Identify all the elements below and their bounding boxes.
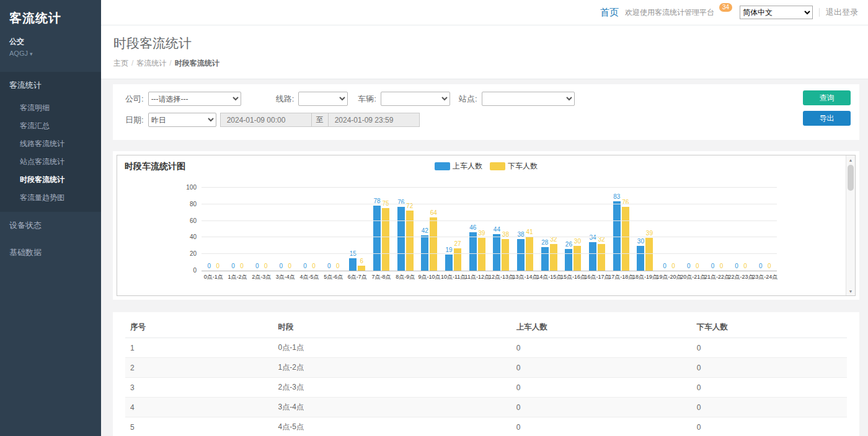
chart-bar[interactable]	[397, 207, 405, 271]
sidebar-menu-item[interactable]: 客流量趋势图	[0, 189, 101, 207]
bar-value-label: 0	[671, 263, 675, 269]
bar-value-label: 0	[327, 263, 331, 269]
chart-bar-group: 00	[705, 188, 729, 271]
chart-bar-column: 0	[766, 188, 773, 271]
chart-bar-group: 00	[657, 188, 681, 271]
query-button[interactable]: 查询	[803, 90, 851, 105]
x-axis-label: 18点-19点	[633, 273, 657, 281]
logout-link[interactable]: 退出登录	[826, 7, 858, 18]
chart-header: 时段车流统计图 上车人数下车人数	[117, 155, 855, 172]
chart-bar[interactable]	[598, 244, 605, 271]
company-filter: 公司: ---请选择---	[125, 92, 241, 106]
filter-row-dates: 日期: 昨日 至	[125, 112, 851, 128]
chart-bar[interactable]	[493, 234, 500, 271]
station-select[interactable]	[482, 92, 575, 106]
bar-value-label: 19	[445, 247, 452, 253]
bar-value-label: 0	[240, 263, 244, 269]
table-body: 10点-1点0021点-2点0032点-3点0043点-4点0054点-5点00…	[125, 338, 847, 436]
chart-bar-column: 26	[565, 188, 572, 271]
bar-value-label: 39	[646, 230, 653, 237]
chart-bar-column: 30	[637, 188, 644, 271]
sidebar-menu-item[interactable]: 客流汇总	[0, 117, 101, 135]
x-axis-label: 22点-23点	[729, 273, 753, 281]
sidebar-section-passenger-stats[interactable]: 客流统计	[0, 72, 101, 99]
chart-bar-group: 00	[273, 188, 298, 271]
chart-bar[interactable]	[382, 208, 389, 271]
chart-bar-group: 00	[249, 188, 273, 271]
bar-value-label: 41	[526, 229, 533, 235]
chart-bar[interactable]	[589, 242, 596, 271]
chart-bar-column: 0	[685, 188, 693, 271]
start-date-input[interactable]	[220, 113, 312, 127]
chart-bar-column: 44	[493, 188, 500, 271]
home-link[interactable]: 首页	[600, 7, 619, 19]
sidebar-menu-item[interactable]: 站点客流统计	[0, 153, 101, 171]
sidebar-menu-item[interactable]: 时段客流统计	[0, 171, 101, 189]
chart-bar[interactable]	[502, 239, 509, 271]
table-cell: 4	[125, 398, 273, 417]
chart-bar[interactable]	[550, 244, 557, 271]
legend-item[interactable]: 下车人数	[490, 161, 538, 172]
bar-value-label: 30	[637, 238, 644, 245]
chart-bar-column: 0	[254, 188, 261, 271]
chart-bar[interactable]	[349, 258, 356, 271]
company-select[interactable]: ---请选择---	[148, 92, 241, 106]
chart-bar-column: 0	[310, 188, 317, 271]
chart-bar[interactable]	[454, 248, 461, 271]
chart-bar[interactable]	[645, 238, 653, 271]
x-axis-label: 4点-5点	[298, 273, 322, 281]
export-button[interactable]: 导出	[803, 111, 851, 126]
chart-bar[interactable]	[541, 247, 549, 271]
chart-bar-group: 00	[298, 188, 322, 271]
chart-bar[interactable]	[574, 246, 581, 271]
legend-item[interactable]: 上车人数	[435, 161, 482, 172]
breadcrumb-item[interactable]: 主页	[113, 59, 128, 68]
chart-bar[interactable]	[622, 207, 629, 271]
chart-scrollbar[interactable]: ▲ ▼	[846, 155, 855, 295]
org-selector[interactable]: AQGJ▾	[9, 50, 92, 57]
chart-bar[interactable]	[358, 266, 365, 271]
sidebar-menu-item[interactable]: 线路客流统计	[0, 135, 101, 153]
filter-panel: 公司: ---请选择--- 线路: 车辆: 站点:	[113, 84, 859, 140]
scrollbar-thumb[interactable]	[848, 165, 854, 191]
sidebar-section-base-data[interactable]: 基础数据	[0, 239, 101, 266]
chart-bar[interactable]	[637, 246, 644, 271]
chart-gridline	[202, 204, 777, 204]
bar-value-label: 34	[590, 235, 596, 241]
sidebar-nav: 客流统计 客流明细客流汇总线路客流统计站点客流统计时段客流统计客流量趋势图 设备…	[0, 72, 101, 266]
chart-bar-column: 72	[406, 188, 414, 271]
breadcrumb-separator: /	[169, 59, 171, 68]
chart-bar[interactable]	[517, 239, 525, 271]
chart-bar[interactable]	[565, 249, 572, 271]
chart-bar-column: 0	[757, 188, 764, 271]
scroll-up-icon[interactable]: ▲	[846, 155, 855, 164]
chart-bar[interactable]	[373, 206, 381, 271]
chart-bar-column: 0	[670, 188, 677, 271]
date-preset-select[interactable]: 昨日	[148, 113, 216, 127]
scroll-down-icon[interactable]: ▼	[846, 287, 855, 295]
y-axis-tick-label: 40	[190, 233, 197, 240]
notification-badge[interactable]: 34	[719, 3, 732, 12]
chart-bar[interactable]	[445, 255, 453, 271]
breadcrumb-item: 时段客流统计	[175, 59, 219, 68]
table-cell: 0	[692, 398, 847, 417]
x-axis-label: 23点-24点	[753, 273, 777, 281]
language-select[interactable]: 简体中文	[740, 6, 813, 19]
vehicle-select[interactable]	[381, 92, 450, 106]
bar-value-label: 44	[494, 227, 500, 233]
chart-bar-group: 3432	[585, 188, 609, 271]
chart-bar-group: 7672	[393, 188, 417, 271]
breadcrumb-item[interactable]: 客流统计	[136, 59, 166, 68]
chart-bar[interactable]	[430, 217, 437, 271]
sidebar-menu-item[interactable]: 客流明细	[0, 99, 101, 117]
sidebar-section-device-status[interactable]: 设备状态	[0, 212, 101, 239]
chart-bar[interactable]	[469, 232, 477, 271]
chart-bar[interactable]	[613, 201, 621, 271]
end-date-input[interactable]	[328, 113, 420, 127]
chart-bar[interactable]	[478, 238, 485, 271]
legend-swatch-icon	[490, 162, 505, 170]
table-cell: 2	[125, 358, 273, 378]
chart-bar[interactable]	[406, 211, 414, 271]
content: 公司: ---请选择--- 线路: 车辆: 站点:	[101, 79, 868, 436]
line-select[interactable]	[298, 92, 348, 106]
